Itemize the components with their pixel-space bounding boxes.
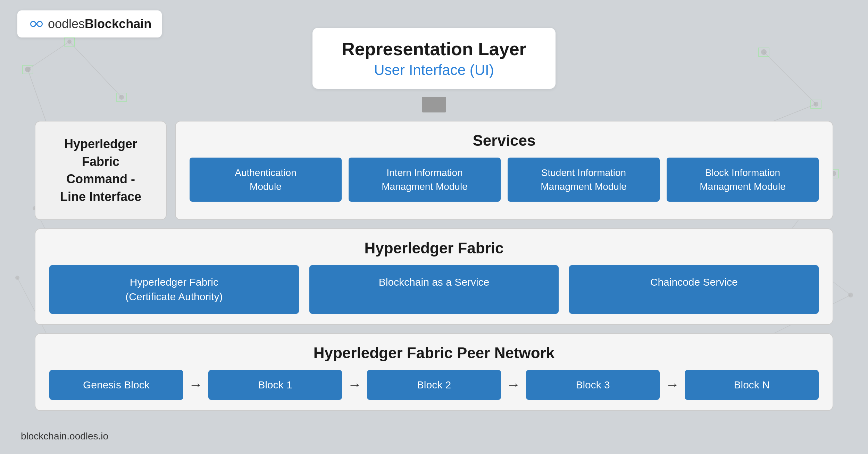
services-title: Services — [190, 132, 819, 149]
arrow-1: → — [189, 377, 203, 393]
peer-network-section: Hyperledger Fabric Peer Network Genesis … — [35, 333, 833, 411]
cli-box: Hyperledger Fabric Command - Line Interf… — [35, 121, 167, 220]
services-section: Services AuthenticationModule Intern Inf… — [175, 121, 833, 220]
arrow-3: → — [507, 377, 520, 393]
rep-layer-subtitle: User Interface (UI) — [340, 62, 528, 78]
block-2: Block 2 — [367, 370, 501, 400]
representation-layer-box: Representation Layer User Interface (UI) — [312, 28, 556, 89]
blockchain-service-module: Blockchain as a Service — [309, 265, 559, 314]
block-info-module: Block InformationManagment Module — [667, 158, 819, 201]
services-row: Hyperledger Fabric Command - Line Interf… — [35, 121, 833, 220]
genesis-block: Genesis Block — [49, 370, 183, 400]
hf-title: Hyperledger Fabric — [49, 239, 819, 257]
intern-info-module: Intern InformationManagment Module — [349, 158, 501, 201]
services-modules-row: AuthenticationModule Intern InformationM… — [190, 158, 819, 201]
peer-network-title: Hyperledger Fabric Peer Network — [49, 344, 819, 362]
auth-module: AuthenticationModule — [190, 158, 342, 201]
chaincode-service-module: Chaincode Service — [569, 265, 819, 314]
hf-modules-row: Hyperledger Fabric(Certificate Authority… — [49, 265, 819, 314]
rep-layer-title: Representation Layer — [340, 38, 528, 60]
peer-chain: Genesis Block → Block 1 → Block 2 → Bloc… — [49, 370, 819, 400]
hf-ca-module: Hyperledger Fabric(Certificate Authority… — [49, 265, 299, 314]
block-3: Block 3 — [526, 370, 660, 400]
block-1: Block 1 — [208, 370, 342, 400]
cli-text: Hyperledger Fabric Command - Line Interf… — [53, 135, 149, 205]
student-info-module: Student InformationManagment Module — [508, 158, 660, 201]
arrow-4: → — [665, 377, 679, 393]
hyperledger-fabric-section: Hyperledger Fabric Hyperledger Fabric(Ce… — [35, 228, 833, 325]
connector-rep-to-services — [35, 97, 833, 112]
block-n: Block N — [685, 370, 819, 400]
arrow-2: → — [348, 377, 361, 393]
architecture-diagram: Representation Layer User Interface (UI)… — [35, 28, 833, 411]
